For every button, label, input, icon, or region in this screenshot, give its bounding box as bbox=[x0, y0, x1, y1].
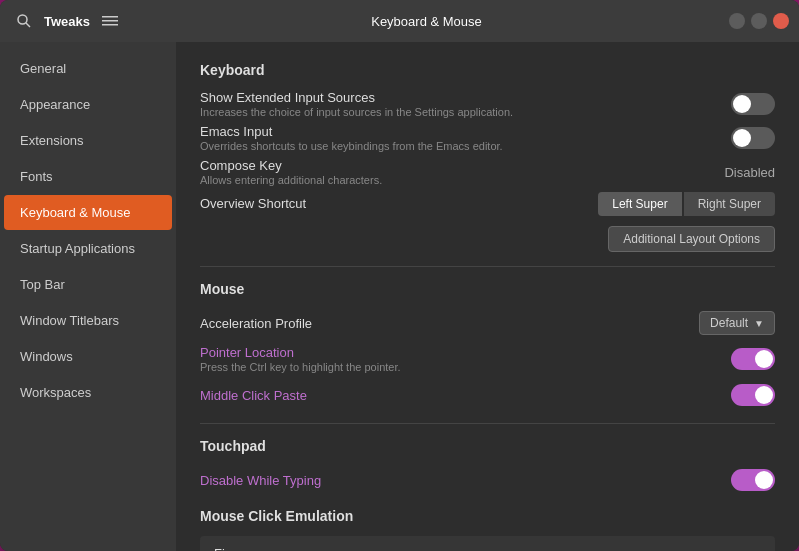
emulation-section: Fingers Click the touchpad with two fing… bbox=[200, 536, 775, 551]
maximize-button[interactable] bbox=[751, 13, 767, 29]
sidebar-item-general[interactable]: General bbox=[4, 51, 172, 86]
accel-dropdown[interactable]: Default ▼ bbox=[699, 311, 775, 335]
overview-btn-group: Left Super Right Super bbox=[598, 192, 775, 216]
emacs-row: Emacs Input Overrides shortcuts to use k… bbox=[200, 124, 775, 152]
window-controls bbox=[729, 13, 789, 29]
emacs-label: Emacs Input bbox=[200, 124, 731, 139]
show-extended-toggle[interactable] bbox=[731, 93, 775, 115]
sidebar-item-extensions[interactable]: Extensions bbox=[4, 123, 172, 158]
additional-layout-button[interactable]: Additional Layout Options bbox=[608, 226, 775, 252]
emulation-section-title: Mouse Click Emulation bbox=[200, 508, 775, 524]
accel-label: Acceleration Profile bbox=[200, 316, 699, 331]
window-title: Keyboard & Mouse bbox=[124, 14, 729, 29]
search-button[interactable] bbox=[10, 7, 38, 35]
svg-point-0 bbox=[18, 15, 27, 24]
compose-sub: Allows entering additional characters. bbox=[200, 174, 724, 186]
divider-mouse-touchpad bbox=[200, 423, 775, 424]
compose-row: Compose Key Allows entering additional c… bbox=[200, 158, 775, 186]
overview-row: Overview Shortcut Left Super Right Super… bbox=[200, 192, 775, 252]
middle-click-row: Middle Click Paste bbox=[200, 381, 775, 409]
toggle-knob bbox=[755, 386, 773, 404]
emacs-toggle[interactable] bbox=[731, 127, 775, 149]
accel-value: Default bbox=[710, 316, 748, 330]
list-item: Fingers Click the touchpad with two fing… bbox=[200, 536, 775, 551]
toggle-knob bbox=[755, 471, 773, 489]
sidebar-item-fonts[interactable]: Fonts bbox=[4, 159, 172, 194]
svg-rect-3 bbox=[102, 20, 118, 22]
touchpad-section-title: Touchpad bbox=[200, 438, 775, 454]
show-extended-label: Show Extended Input Sources bbox=[200, 90, 731, 105]
left-super-button[interactable]: Left Super bbox=[598, 192, 681, 216]
app-name: Tweaks bbox=[44, 14, 90, 29]
pointer-row: Pointer Location Press the Ctrl key to h… bbox=[200, 345, 775, 373]
app-window: Tweaks Keyboard & Mouse GeneralAppearanc… bbox=[0, 0, 799, 551]
mouse-section-title: Mouse bbox=[200, 281, 775, 297]
middle-click-toggle[interactable] bbox=[731, 384, 775, 406]
sidebar: GeneralAppearanceExtensionsFontsKeyboard… bbox=[0, 42, 176, 551]
svg-rect-2 bbox=[102, 16, 118, 18]
pointer-label: Pointer Location bbox=[200, 345, 731, 360]
disable-typing-toggle[interactable] bbox=[731, 469, 775, 491]
sidebar-item-workspaces[interactable]: Workspaces bbox=[4, 375, 172, 410]
emulation-fingers-title: Fingers bbox=[214, 546, 761, 551]
toggle-knob bbox=[733, 129, 751, 147]
right-super-button[interactable]: Right Super bbox=[684, 192, 775, 216]
compose-value: Disabled bbox=[724, 165, 775, 180]
content-area: GeneralAppearanceExtensionsFontsKeyboard… bbox=[0, 42, 799, 551]
svg-rect-4 bbox=[102, 24, 118, 26]
middle-click-label: Middle Click Paste bbox=[200, 388, 731, 403]
close-button[interactable] bbox=[773, 13, 789, 29]
show-extended-row: Show Extended Input Sources Increases th… bbox=[200, 90, 775, 118]
overview-label: Overview Shortcut bbox=[200, 196, 598, 211]
emacs-sub: Overrides shortcuts to use keybindings f… bbox=[200, 140, 731, 152]
sidebar-item-windows[interactable]: Windows bbox=[4, 339, 172, 374]
divider-keyboard-mouse bbox=[200, 266, 775, 267]
keyboard-section-title: Keyboard bbox=[200, 62, 775, 78]
sidebar-item-top-bar[interactable]: Top Bar bbox=[4, 267, 172, 302]
pointer-location-toggle[interactable] bbox=[731, 348, 775, 370]
disable-typing-label: Disable While Typing bbox=[200, 473, 731, 488]
accel-row: Acceleration Profile Default ▼ bbox=[200, 309, 775, 337]
toggle-knob bbox=[755, 350, 773, 368]
chevron-down-icon: ▼ bbox=[754, 318, 764, 329]
pointer-sub: Press the Ctrl key to highlight the poin… bbox=[200, 361, 731, 373]
toggle-knob bbox=[733, 95, 751, 113]
sidebar-item-keyboard-mouse[interactable]: Keyboard & Mouse bbox=[4, 195, 172, 230]
sidebar-item-window-titlebars[interactable]: Window Titlebars bbox=[4, 303, 172, 338]
shortcut-area: Left Super Right Super Additional Layout… bbox=[598, 192, 775, 252]
titlebar: Tweaks Keyboard & Mouse bbox=[0, 0, 799, 42]
sidebar-item-appearance[interactable]: Appearance bbox=[4, 87, 172, 122]
sidebar-item-startup-applications[interactable]: Startup Applications bbox=[4, 231, 172, 266]
compose-label: Compose Key bbox=[200, 158, 724, 173]
disable-typing-row: Disable While Typing bbox=[200, 466, 775, 494]
minimize-button[interactable] bbox=[729, 13, 745, 29]
main-content: Keyboard Show Extended Input Sources Inc… bbox=[176, 42, 799, 551]
show-extended-sub: Increases the choice of input sources in… bbox=[200, 106, 731, 118]
svg-line-1 bbox=[26, 23, 30, 27]
menu-button[interactable] bbox=[96, 7, 124, 35]
